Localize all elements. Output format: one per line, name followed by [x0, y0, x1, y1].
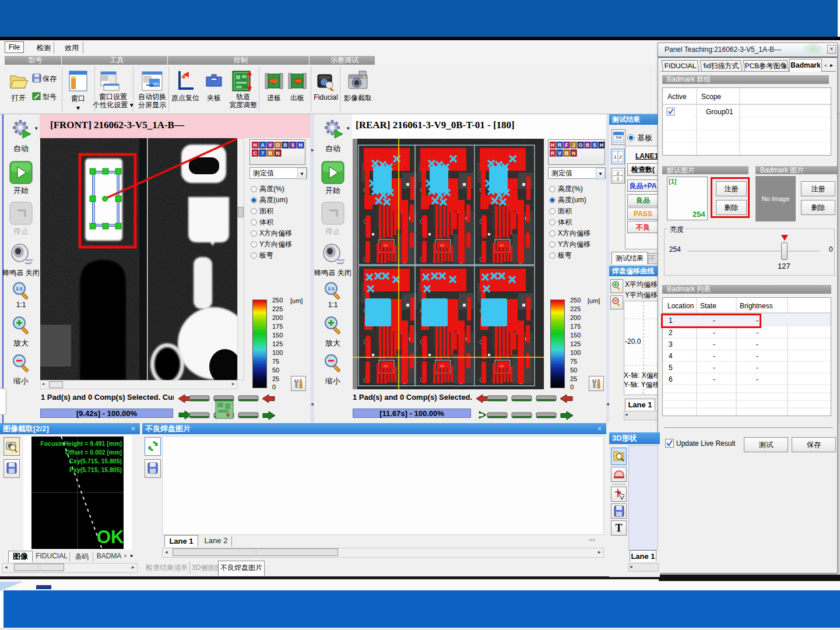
svg-text:-: - — [713, 364, 715, 372]
svg-text:-: - — [756, 352, 758, 360]
svg-text:H: H — [253, 142, 257, 148]
svg-text:-: - — [713, 352, 715, 360]
svg-text:N: N — [572, 150, 576, 156]
svg-text:-: - — [713, 340, 715, 349]
svg-text:-: - — [756, 364, 758, 372]
svg-text:A: A — [261, 142, 265, 148]
svg-text:H: H — [551, 142, 555, 148]
svg-text:2: 2 — [617, 171, 619, 175]
svg-text:5: 5 — [291, 142, 294, 148]
svg-text:B: B — [283, 142, 287, 148]
svg-text:State: State — [700, 302, 716, 310]
svg-text:V: V — [558, 150, 561, 156]
svg-text:TAB: TAB — [615, 136, 621, 139]
svg-text:B: B — [268, 150, 272, 156]
svg-text:FocusinHeight = 9.491 [mm]: FocusinHeight = 9.491 [mm] — [40, 440, 122, 447]
svg-text:1:1: 1:1 — [328, 286, 335, 291]
svg-text:3: 3 — [669, 340, 673, 349]
svg-text:S: S — [593, 142, 596, 148]
svg-text:Active: Active — [667, 93, 687, 101]
svg-text:1: 1 — [617, 177, 619, 181]
svg-text:-: - — [756, 375, 758, 383]
svg-text:B: B — [565, 150, 569, 156]
svg-text:Scope: Scope — [701, 93, 721, 101]
svg-text:R: R — [551, 150, 555, 156]
svg-text:V: V — [268, 142, 272, 148]
svg-text:C: C — [253, 150, 257, 156]
svg-text:OK: OK — [97, 527, 124, 547]
svg-text:J: J — [572, 142, 575, 148]
svg-text:-: - — [756, 340, 758, 349]
svg-text:Brightness: Brightness — [740, 302, 773, 310]
svg-text:4: 4 — [669, 352, 673, 360]
svg-text:6: 6 — [669, 375, 673, 383]
svg-text:F: F — [565, 142, 568, 148]
svg-text:7: 7 — [261, 150, 264, 156]
svg-text:Offset = 0.002 [mm]: Offset = 0.002 [mm] — [65, 449, 122, 456]
svg-text:Location: Location — [667, 302, 694, 310]
svg-text:2: 2 — [619, 154, 622, 160]
svg-text:-: - — [713, 329, 715, 337]
svg-text:2: 2 — [669, 329, 673, 337]
svg-text:5: 5 — [669, 364, 673, 372]
svg-text:1: 1 — [614, 154, 617, 160]
svg-text:R: R — [558, 142, 562, 148]
svg-text:1:1: 1:1 — [16, 286, 23, 291]
svg-text:Pxy(5.715, 15.805): Pxy(5.715, 15.805) — [69, 466, 122, 473]
svg-text:Group01: Group01 — [706, 108, 733, 116]
svg-text:N: N — [276, 150, 280, 156]
svg-text:Cxy(5.715, 15.805): Cxy(5.715, 15.805) — [69, 457, 122, 464]
svg-text:-: - — [713, 375, 715, 383]
svg-text:B: B — [586, 142, 590, 148]
svg-text:-: - — [756, 329, 758, 337]
svg-text:O: O — [276, 142, 280, 148]
svg-text:H: H — [298, 142, 303, 148]
svg-text:H: H — [600, 142, 604, 148]
svg-text:O: O — [578, 142, 582, 148]
